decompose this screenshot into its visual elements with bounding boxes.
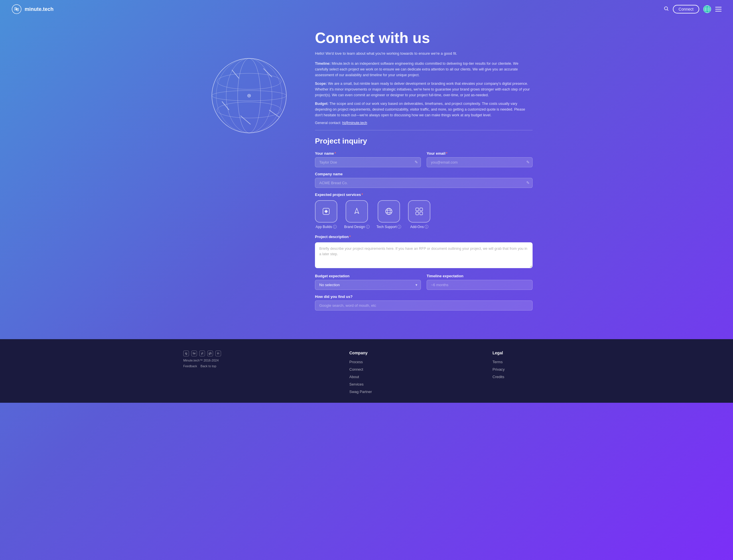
company-row: Company name ✎ bbox=[315, 172, 532, 188]
email-input[interactable] bbox=[426, 157, 532, 167]
company-group: Company name ✎ bbox=[315, 172, 532, 188]
navbar: minute.tech Connect bbox=[0, 0, 733, 18]
github-icon[interactable]: gh bbox=[207, 351, 213, 356]
twitter-icon[interactable]: tw bbox=[191, 351, 197, 356]
scope-text: We are a small, but nimble team ready to… bbox=[315, 82, 530, 97]
footer-brand: Minute.tech™ 2016-2024 bbox=[183, 359, 241, 362]
legal-link-credits[interactable]: Credits bbox=[492, 375, 504, 379]
description-textarea[interactable] bbox=[315, 242, 532, 268]
name-email-row: Your name* ✎ Your email* ✎ bbox=[315, 151, 532, 167]
description-label: Project description* bbox=[315, 235, 532, 239]
company-link-services[interactable]: Services bbox=[349, 382, 364, 386]
name-input[interactable] bbox=[315, 157, 421, 167]
timeline-block: Timeline: Minute.tech is an independent … bbox=[315, 61, 532, 78]
timeline-input[interactable] bbox=[426, 280, 532, 290]
connect-button[interactable]: Connect bbox=[673, 5, 699, 13]
company-link-connect[interactable]: Connect bbox=[349, 367, 363, 372]
budget-group: Budget expectation No selection < $5,000… bbox=[315, 274, 421, 290]
add-ons-icon-box[interactable] bbox=[408, 200, 430, 223]
svg-point-27 bbox=[386, 208, 392, 215]
timeline-text: Minute.tech is an independent software e… bbox=[315, 62, 518, 77]
back-to-top-link[interactable]: Back to top bbox=[201, 364, 216, 368]
description-section: Project description* bbox=[315, 235, 532, 269]
linkedin-icon[interactable]: in bbox=[215, 351, 221, 356]
footer-utility-links: Feedback Back to top bbox=[183, 364, 241, 368]
divider bbox=[315, 130, 532, 130]
svg-point-25 bbox=[326, 211, 327, 212]
app-builds-icon bbox=[321, 206, 332, 217]
budget-label: Budget: bbox=[315, 102, 329, 106]
scope-label: Scope: bbox=[315, 82, 327, 86]
brand-design-icon-box[interactable] bbox=[346, 200, 368, 223]
budget-text: The scope and cost of our work vary base… bbox=[315, 102, 525, 117]
scope-block: Scope: We are a small, but nimble team r… bbox=[315, 81, 532, 98]
add-ons-icon bbox=[414, 206, 424, 217]
company-link-about[interactable]: About bbox=[349, 375, 359, 379]
svg-rect-31 bbox=[416, 208, 418, 211]
legal-link-privacy[interactable]: Privacy bbox=[492, 367, 505, 372]
legal-column: Legal Terms Privacy Credits bbox=[492, 351, 550, 379]
budget-select[interactable]: No selection < $5,000 $5,000 – $10,000 $… bbox=[315, 280, 421, 290]
email-input-wrapper: ✎ bbox=[426, 157, 532, 167]
svg-line-20 bbox=[241, 116, 251, 124]
main-content: Connect with us Hello! We'd love to lear… bbox=[183, 18, 550, 328]
service-tech-support[interactable]: Tech Support i bbox=[376, 200, 401, 229]
service-brand-design[interactable]: Brand Design i bbox=[344, 200, 369, 229]
company-input[interactable] bbox=[315, 178, 532, 188]
brand-design-info-icon[interactable]: i bbox=[366, 225, 369, 229]
youtube-icon[interactable]: yt bbox=[199, 351, 205, 356]
how-find-input[interactable] bbox=[315, 300, 532, 311]
svg-point-23 bbox=[249, 95, 250, 96]
search-icon[interactable] bbox=[664, 6, 669, 12]
services-label: Expected project services* bbox=[315, 192, 532, 197]
page-title: Connect with us bbox=[315, 30, 532, 46]
tech-support-info-icon[interactable]: i bbox=[397, 225, 401, 229]
general-contact: General contact: hi@minute.tech bbox=[315, 121, 532, 125]
name-group: Your name* ✎ bbox=[315, 151, 421, 167]
logo-icon bbox=[11, 4, 22, 14]
app-builds-icon-box[interactable] bbox=[315, 200, 337, 223]
company-column: Company Process Connect About Services S… bbox=[349, 351, 384, 394]
svg-point-2 bbox=[664, 7, 667, 10]
svg-line-3 bbox=[667, 10, 668, 11]
logo[interactable]: minute.tech bbox=[11, 4, 54, 14]
budget-select-wrapper: No selection < $5,000 $5,000 – $10,000 $… bbox=[315, 280, 421, 290]
budget-timeline-row: Budget expectation No selection < $5,000… bbox=[315, 274, 532, 290]
service-add-ons[interactable]: Add-Ons i bbox=[408, 200, 430, 229]
company-link-swag[interactable]: Swag Partner bbox=[349, 390, 372, 394]
footer-left: ig tw yt gh in Minute.tech™ 2016-2024 Fe… bbox=[183, 351, 241, 394]
globe-icon bbox=[703, 5, 711, 13]
brand-design-label: Brand Design i bbox=[344, 225, 369, 229]
app-builds-info-icon[interactable]: i bbox=[333, 225, 337, 229]
legal-col-title: Legal bbox=[492, 351, 550, 355]
budget-block: Budget: The scope and cost of our work v… bbox=[315, 101, 532, 118]
instagram-icon[interactable]: ig bbox=[183, 351, 189, 356]
content-area: Connect with us Hello! We'd love to lear… bbox=[315, 30, 532, 311]
tech-support-icon bbox=[383, 206, 394, 217]
company-link-process[interactable]: Process bbox=[349, 360, 363, 364]
company-links: Process Connect About Services Swag Part… bbox=[349, 359, 384, 394]
svg-point-1 bbox=[16, 9, 17, 10]
legal-link-terms[interactable]: Terms bbox=[492, 360, 502, 364]
add-ons-label: Add-Ons i bbox=[410, 225, 428, 229]
svg-line-19 bbox=[222, 101, 229, 110]
svg-line-17 bbox=[232, 70, 239, 78]
general-contact-label: General contact: bbox=[315, 121, 341, 125]
tech-support-icon-box[interactable] bbox=[378, 200, 400, 223]
service-app-builds[interactable]: App Builds i bbox=[315, 200, 337, 229]
logo-text: minute.tech bbox=[25, 6, 54, 12]
svg-point-14 bbox=[217, 73, 281, 89]
name-input-wrapper: ✎ bbox=[315, 157, 421, 167]
hamburger-menu-icon[interactable] bbox=[715, 7, 722, 11]
timeline-label: Timeline: bbox=[315, 62, 331, 66]
footer: ig tw yt gh in Minute.tech™ 2016-2024 Fe… bbox=[0, 339, 733, 403]
globe-decoration bbox=[201, 30, 298, 311]
add-ons-info-icon[interactable]: i bbox=[424, 225, 428, 229]
company-col-title: Company bbox=[349, 351, 384, 355]
services-grid: App Builds i Brand Design i bbox=[315, 200, 532, 229]
contact-email[interactable]: hi@minute.tech bbox=[342, 121, 367, 125]
how-find-group: How did you find us? bbox=[315, 294, 532, 311]
svg-marker-26 bbox=[355, 208, 359, 213]
feedback-link[interactable]: Feedback bbox=[183, 364, 197, 368]
budget-expectation-label: Budget expectation bbox=[315, 274, 421, 278]
